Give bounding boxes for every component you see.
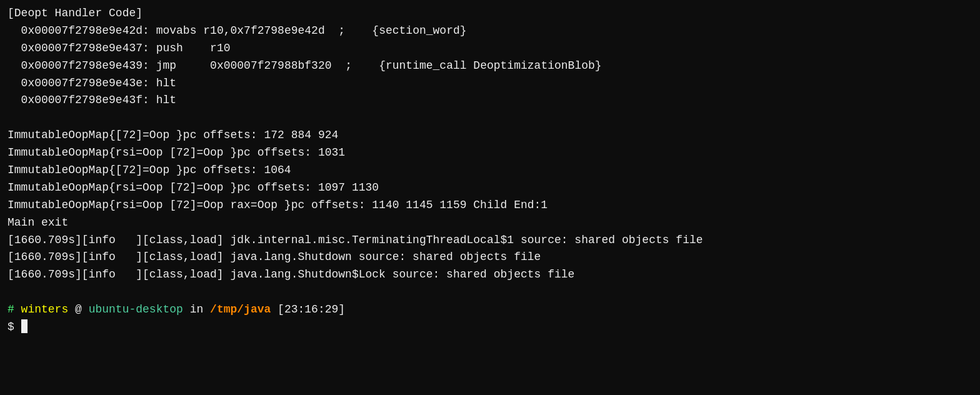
prompt-line: # winters @ ubuntu-desktop in /tmp/java … xyxy=(8,301,972,319)
empty-2 xyxy=(8,284,972,301)
prompt-time: [23:16:29] xyxy=(271,303,345,316)
prompt-path: /tmp/java xyxy=(210,303,271,316)
asm-line-2: 0x00007f2798e9e437: push r10 xyxy=(8,40,972,58)
asm-line-5: 0x00007f2798e9e43f: hlt xyxy=(8,92,972,109)
prompt-hash: # xyxy=(8,303,21,316)
prompt-in: in xyxy=(183,303,210,316)
oop-line-5: ImmutableOopMap{rsi=Oop [72]=Oop rax=Oop… xyxy=(8,197,972,214)
deopt-header-line: [Deopt Handler Code] xyxy=(8,5,972,22)
cursor xyxy=(21,319,28,333)
oop-line-1: ImmutableOopMap{[72]=Oop }pc offsets: 17… xyxy=(8,127,972,144)
prompt-host: ubuntu-desktop xyxy=(89,303,183,316)
asm-line-1: 0x00007f2798e9e42d: movabs r10,0x7f2798e… xyxy=(8,22,972,40)
oop-line-2: ImmutableOopMap{rsi=Oop [72]=Oop }pc off… xyxy=(8,144,972,162)
main-exit-line: Main exit xyxy=(8,214,972,232)
asm-line-4: 0x00007f2798e9e43e: hlt xyxy=(8,75,972,92)
dollar-line: $ xyxy=(8,319,972,336)
oop-line-3: ImmutableOopMap{[72]=Oop }pc offsets: 10… xyxy=(8,162,972,179)
log-line-2: [1660.709s][info ][class,load] java.lang… xyxy=(8,249,972,266)
prompt-dollar: $ xyxy=(8,321,21,333)
prompt-user: winters xyxy=(21,303,69,316)
empty-1 xyxy=(8,109,972,127)
terminal: [Deopt Handler Code] 0x00007f2798e9e42d:… xyxy=(8,5,972,336)
log-line-1: [1660.709s][info ][class,load] jdk.inter… xyxy=(8,232,972,249)
prompt-at: @ xyxy=(68,303,88,316)
asm-line-3: 0x00007f2798e9e439: jmp 0x00007f27988bf3… xyxy=(8,58,972,75)
oop-line-4: ImmutableOopMap{rsi=Oop [72]=Oop }pc off… xyxy=(8,179,972,197)
log-line-3: [1660.709s][info ][class,load] java.lang… xyxy=(8,266,972,284)
